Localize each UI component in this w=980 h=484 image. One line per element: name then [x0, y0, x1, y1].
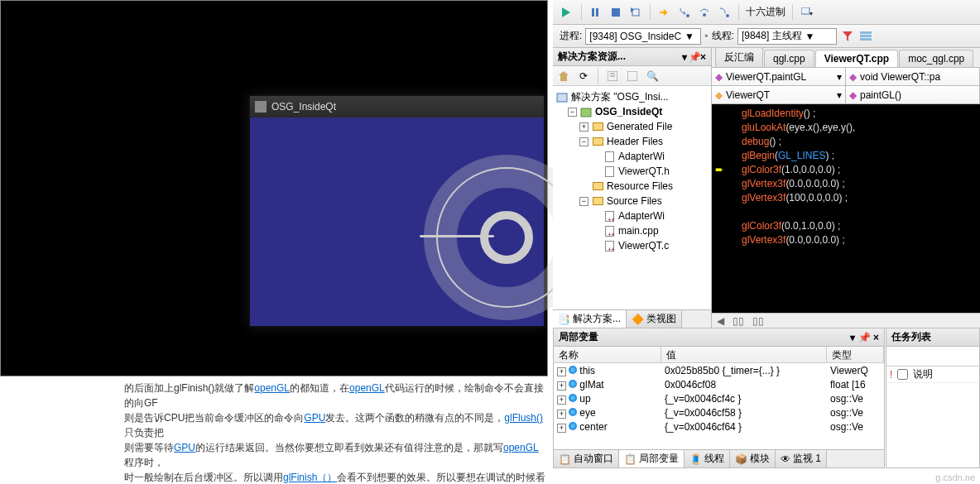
navigation-bar-1: ◆ViewerQT.paintGL ▾ ◆void ViewerQT::pa [712, 68, 980, 86]
tab-disassembly[interactable]: 反汇编 [715, 47, 763, 67]
scroll-left-icon[interactable]: ◀ [717, 315, 724, 327]
locals-title[interactable]: 局部变量 ▾ 📌 × [554, 328, 884, 347]
stack-frame-icon[interactable] [858, 29, 873, 44]
stop-button[interactable] [608, 5, 623, 20]
opengl-canvas[interactable] [250, 117, 544, 326]
dropdown-icon[interactable]: ▾ [850, 332, 855, 343]
link-opengl3[interactable]: openGL [503, 442, 539, 453]
locals-row[interactable]: + up{_v=0x0046cf4c }osg::Ve [554, 391, 884, 405]
folder-source[interactable]: −Source Files [556, 194, 708, 208]
svg-rect-15 [560, 74, 567, 81]
collapse-icon[interactable]: − [568, 108, 577, 117]
project-node[interactable]: −OSG_InsideQt [556, 104, 708, 119]
show-all-icon[interactable] [625, 69, 640, 84]
close-icon[interactable]: × [873, 332, 879, 343]
scope-combo[interactable]: ◆ViewerQT.paintGL ▾ [712, 68, 846, 85]
chevron-down-icon: ▾ [837, 89, 842, 101]
svg-marker-11 [843, 31, 853, 41]
locals-row[interactable]: + center{_v=0x0046cf64 }osg::Ve [554, 419, 884, 434]
split-icon-2[interactable]: ▯▯ [752, 315, 764, 327]
locals-row[interactable]: + eye{_v=0x0046cf58 }osg::Ve [554, 405, 884, 419]
col-value[interactable]: 值 [661, 347, 827, 362]
file-adapterwi-h[interactable]: AdapterWi [556, 149, 708, 164]
link-glflush[interactable]: glFlush() [504, 412, 543, 424]
member-combo[interactable]: ◆void ViewerQT::pa [846, 68, 980, 85]
svg-rect-22 [581, 108, 591, 117]
folder-icon [593, 182, 603, 190]
windows-dropdown-button[interactable] [800, 5, 814, 20]
task-col-description[interactable]: 说明 [913, 367, 933, 381]
thread-combo[interactable]: [9848] 主线程▼ [737, 28, 837, 45]
show-next-statement-button[interactable] [657, 5, 672, 20]
h-file-icon [605, 166, 614, 177]
file-main-cpp[interactable]: main.cpp [556, 223, 708, 238]
code-editor[interactable]: ➨ glLoadIdentity() ;gluLookAt(eye.x(),ey… [712, 104, 980, 313]
pin-icon[interactable]: 📌 [858, 332, 871, 343]
chevron-down-icon: ▼ [685, 31, 694, 42]
editor-scroll-bar[interactable]: ◀ ▯▯ ▯▯ [712, 313, 980, 328]
link-glfinish[interactable]: glFinish（） [283, 472, 337, 483]
link-opengl2[interactable]: openGL [349, 382, 385, 394]
svg-rect-2 [596, 8, 598, 17]
folder-resource[interactable]: Resource Files [556, 179, 708, 194]
link-opengl[interactable]: openGL [254, 382, 290, 394]
task-list-title[interactable]: 任务列表 [886, 328, 979, 347]
close-icon[interactable]: × [700, 51, 706, 63]
locals-rows[interactable]: + this0x025b85b0 {_timer={...} }ViewerQ+… [554, 363, 884, 434]
link-gpu2[interactable]: GPU [174, 442, 195, 453]
class-combo[interactable]: ◆ViewerQT▾ [712, 86, 846, 103]
pause-button[interactable] [588, 5, 603, 20]
home-icon[interactable] [556, 69, 571, 84]
svg-rect-9 [801, 7, 809, 14]
solution-tree[interactable]: 解决方案 "OSG_Insi... −OSG_InsideQt +Generat… [553, 86, 711, 256]
tab-solution[interactable]: 📑解决方案... [553, 310, 627, 328]
thread-filter-icon[interactable] [840, 29, 855, 44]
view-icon[interactable]: 🔍 [645, 69, 660, 84]
tab-autos[interactable]: 📋自动窗口 [554, 450, 619, 467]
tab-threads[interactable]: 🧵线程 [685, 450, 730, 467]
file-adapterwi-cpp[interactable]: AdapterWi [556, 208, 708, 223]
svg-rect-21 [557, 93, 567, 102]
locals-row[interactable]: + this0x025b85b0 {_timer={...} }ViewerQ [554, 363, 884, 377]
collapse-icon[interactable]: − [579, 137, 588, 146]
tab-watch[interactable]: 👁监视 1 [776, 450, 827, 467]
tab-class-view[interactable]: 🔶类视图 [627, 310, 682, 328]
col-type[interactable]: 类型 [827, 347, 884, 362]
svg-rect-12 [860, 31, 872, 34]
solution-node[interactable]: 解决方案 "OSG_Insi... [556, 89, 708, 104]
step-over-button[interactable] [697, 5, 712, 20]
file-viewerqt-h[interactable]: ViewerQT.h [556, 164, 708, 179]
tab-modules[interactable]: 📦模块 [730, 450, 776, 467]
split-icon[interactable]: ▯▯ [733, 315, 744, 327]
tab-locals[interactable]: 📋局部变量 [619, 450, 685, 467]
col-name[interactable]: 名称 [554, 347, 661, 362]
cpp-file-icon [605, 226, 614, 237]
collapse-icon[interactable]: − [579, 197, 588, 206]
qt-titlebar[interactable]: OSG_InsideQt [250, 96, 544, 117]
step-out-button[interactable] [717, 5, 732, 20]
folder-generated[interactable]: +Generated File [556, 119, 708, 134]
locals-row[interactable]: + glMat0x0046cf08float [16 [554, 377, 884, 391]
solution-explorer-title[interactable]: 解决方案资源... ▾ 📌 × [553, 48, 711, 66]
folder-header[interactable]: −Header Files [556, 134, 708, 149]
function-combo[interactable]: ◆paintGL() [846, 86, 980, 103]
link-gpu[interactable]: GPU [304, 412, 325, 424]
tab-moc-qgl[interactable]: moc_qgl.cpp [899, 50, 973, 67]
process-combo[interactable]: [9348] OSG_InsideC▼ [585, 28, 701, 45]
hex-display-toggle[interactable]: 十六进制 [746, 5, 785, 19]
task-checkbox[interactable] [897, 369, 908, 380]
file-viewerqt-cpp[interactable]: ViewerQT.c [556, 238, 708, 253]
pin-icon[interactable]: 📌 [689, 51, 699, 63]
step-into-button[interactable] [677, 5, 692, 20]
dropdown-icon[interactable]: ▾ [682, 51, 687, 63]
continue-button[interactable] [560, 5, 574, 20]
qt-child-window[interactable]: OSG_InsideQt [249, 95, 545, 327]
priority-icon[interactable]: ! [890, 369, 892, 381]
tab-viewerqt[interactable]: ViewerQT.cpp [815, 50, 898, 67]
chevron-down-icon: ▾ [837, 71, 842, 83]
restart-button[interactable] [628, 5, 643, 20]
expand-icon[interactable]: + [579, 122, 588, 132]
tab-qgl[interactable]: qgl.cpp [764, 50, 814, 67]
refresh-icon[interactable]: ⟳ [576, 69, 591, 84]
properties-icon[interactable] [605, 69, 620, 84]
